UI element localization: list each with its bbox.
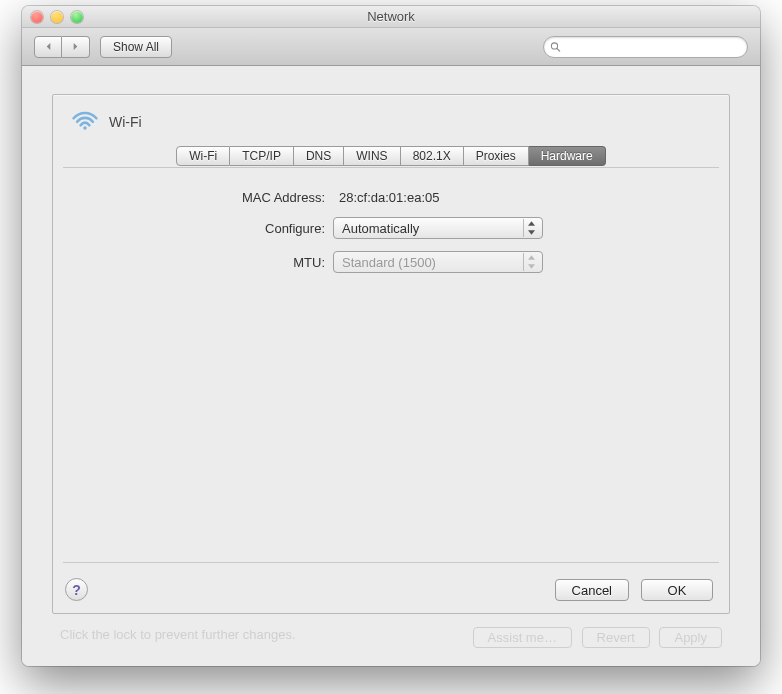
cancel-button[interactable]: Cancel [555,579,629,601]
tab-dns[interactable]: DNS [294,146,344,166]
ok-button[interactable]: OK [641,579,713,601]
tab-bar: Wi-Fi TCP/IP DNS WINS 802.1X Proxies Har… [53,146,729,166]
mtu-label: MTU: [63,255,333,270]
mtu-value: Standard (1500) [342,255,436,270]
search-input[interactable] [565,40,741,54]
svg-line-1 [557,48,560,51]
advanced-sheet: Wi-Fi Wi-Fi TCP/IP DNS WINS 802.1X Proxi… [52,94,730,614]
search-field[interactable] [543,36,748,58]
chevron-left-icon [44,42,53,51]
tab-hardware[interactable]: Hardware [529,146,606,166]
window: Network Show All Location: Home Status: [22,6,760,666]
mac-address-value: 28:cf:da:01:ea:05 [333,190,439,205]
chevron-right-icon [71,42,80,51]
configure-select[interactable]: Automatically [333,217,543,239]
svg-point-2 [83,126,87,130]
sheet-title: Wi-Fi [109,114,142,130]
mac-address-label: MAC Address: [63,190,333,205]
tab-wins[interactable]: WINS [344,146,400,166]
forward-button[interactable] [62,36,90,58]
main-area: Location: Home Status: Connected Turn Wi… [22,66,760,666]
show-all-button[interactable]: Show All [100,36,172,58]
tab-wifi[interactable]: Wi-Fi [176,146,230,166]
tab-proxies[interactable]: Proxies [464,146,529,166]
search-icon [550,41,561,53]
nav-buttons [34,36,90,58]
tab-tcpip[interactable]: TCP/IP [230,146,294,166]
minimize-button[interactable] [51,11,63,23]
mtu-select: Standard (1500) [333,251,543,273]
close-button[interactable] [31,11,43,23]
wifi-icon [71,109,99,134]
configure-value: Automatically [342,221,419,236]
tab-8021x[interactable]: 802.1X [401,146,464,166]
titlebar: Network [22,6,760,28]
zoom-button[interactable] [71,11,83,23]
traffic-lights [22,11,83,23]
stepper-icon [523,253,538,271]
help-button[interactable]: ? [65,578,88,601]
window-title: Network [22,9,760,24]
back-button[interactable] [34,36,62,58]
hardware-panel: MAC Address: 28:cf:da:01:ea:05 Configure… [63,167,719,563]
configure-label: Configure: [63,221,333,236]
stepper-icon [523,219,538,237]
toolbar: Show All [22,28,760,66]
